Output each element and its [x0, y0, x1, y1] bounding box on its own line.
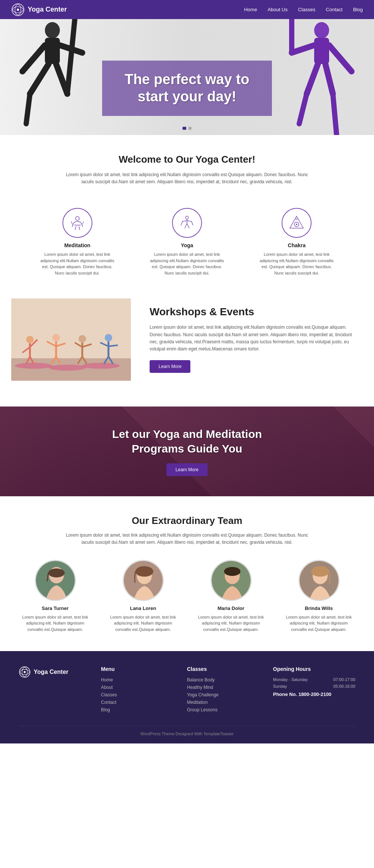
svg-line-10	[26, 94, 30, 124]
footer-brand: Yoga Center	[19, 666, 86, 715]
phone-number: 1800-200-2100	[298, 691, 331, 697]
yoga-icon	[179, 215, 195, 231]
welcome-description: Lorem ipsum dolor sit amet, test link ad…	[60, 171, 314, 185]
hero-dot-1[interactable]	[183, 127, 186, 130]
meditation-banner-button[interactable]: Learn More	[166, 463, 207, 476]
lana-avatar-image	[124, 561, 164, 601]
avatar-sara	[35, 560, 76, 601]
svg-point-32	[26, 336, 34, 343]
svg-point-62	[135, 566, 153, 577]
workshops-learn-more-button[interactable]: Learn More	[150, 360, 190, 373]
svg-point-30	[49, 365, 86, 371]
footer-menu-heading: Menu	[101, 666, 172, 672]
phone-label: Phone No.	[273, 691, 297, 697]
svg-line-14	[292, 45, 314, 53]
team-member-sara: Sara Turner Lorem ipsum dolor sit amet, …	[18, 560, 93, 633]
maria-avatar-image	[212, 561, 252, 601]
svg-point-3	[17, 9, 19, 11]
hero-right-figure	[269, 19, 374, 135]
feature-meditation-title: Meditation	[40, 242, 115, 248]
nav-home[interactable]: Home	[244, 7, 257, 12]
svg-point-25	[296, 224, 297, 225]
svg-point-58	[48, 568, 65, 577]
footer: Yoga Center Menu Home About Classes Cont…	[0, 651, 374, 743]
svg-line-15	[329, 45, 352, 71]
sunday-time: 05:00-16:00	[333, 684, 355, 688]
chakra-icon-circle	[282, 208, 312, 238]
workshops-image	[11, 298, 131, 381]
logo-icon	[11, 3, 25, 16]
svg-line-19	[333, 94, 337, 135]
feature-yoga: Yoga Lorem ipsum dolor sit amet, test li…	[150, 208, 224, 276]
footer-menu-about[interactable]: About	[101, 685, 172, 690]
welcome-section: Welcome to Our Yoga Center! Lorem ipsum …	[0, 135, 374, 200]
hours-row-weekday: Monday - Saturday 07:00-17:00	[273, 677, 355, 682]
footer-menu-home[interactable]: Home	[101, 677, 172, 683]
svg-line-16	[307, 64, 318, 94]
sara-avatar-image	[36, 561, 76, 601]
features-row: Meditation Lorem ipsum dolor sit amet, t…	[0, 200, 374, 295]
footer-class-healthy-mind[interactable]: Healthy Mind	[187, 685, 258, 690]
footer-logo-text: Yoga Center	[34, 669, 68, 675]
footer-menu-classes[interactable]: Classes	[101, 692, 172, 697]
team-member-maria: Maria Dolor Lorem ipsum dolor sit amet, …	[194, 560, 269, 633]
meditation-banner: Let our Yoga and Meditation Programs Gui…	[0, 407, 374, 496]
sara-description: Lorem ipsum dolor sit amet, test link ad…	[18, 614, 93, 633]
svg-line-8	[30, 64, 49, 94]
svg-point-4	[45, 22, 60, 39]
maria-description: Lorem ipsum dolor sit amet, test link ad…	[194, 614, 269, 633]
svg-point-38	[52, 334, 60, 341]
brinda-name: Brinda Wills	[282, 605, 356, 611]
team-member-lana: Lana Loren Lorem ipsum dolor sit amet, t…	[106, 560, 181, 633]
footer-class-group-lessons[interactable]: Group Lessons	[187, 707, 258, 712]
footer-logo-icon	[19, 666, 31, 678]
weekday-time: 07:00-17:00	[333, 677, 355, 682]
nav-contact[interactable]: Contact	[326, 7, 343, 12]
workshops-image-svg	[11, 298, 131, 381]
meditation-icon-circle	[62, 208, 92, 238]
copyright-text: WordPress Theme Designed With TemplateTo…	[140, 731, 233, 736]
svg-point-50	[105, 334, 112, 341]
nav-about[interactable]: About Us	[267, 7, 287, 12]
footer-class-meditation[interactable]: Meditation	[187, 700, 258, 705]
nav-classes[interactable]: Classes	[298, 7, 315, 12]
sunday-label: Sunday	[273, 684, 287, 688]
footer-menu-contact[interactable]: Contact	[101, 700, 172, 705]
footer-class-yoga-challenge[interactable]: Yoga Challenge	[187, 692, 258, 697]
svg-point-65	[224, 567, 240, 576]
avatar-lana	[123, 560, 164, 601]
yoga-icon-circle	[172, 208, 202, 238]
weekday-label: Monday - Saturday	[273, 677, 308, 682]
footer-phone: Phone No. 1800-200-2100	[273, 691, 355, 697]
team-member-brinda: Brinda Wills Lorem ipsum dolor sit amet,…	[282, 560, 356, 633]
hero-right-figure-svg	[269, 19, 374, 135]
footer-grid: Yoga Center Menu Home About Classes Cont…	[19, 666, 355, 715]
hero-dots	[183, 127, 191, 130]
footer-bottom: WordPress Theme Designed With TemplateTo…	[19, 726, 355, 736]
svg-line-11	[67, 19, 75, 94]
footer-menu-blog[interactable]: Blog	[101, 707, 172, 712]
avatar-brinda	[298, 560, 340, 601]
logo-text: Yoga Center	[28, 6, 67, 13]
nav-blog[interactable]: Blog	[353, 7, 363, 12]
svg-point-72	[24, 671, 25, 673]
hero-heading: The perfect way to start your day!	[125, 71, 249, 105]
hero-dot-2[interactable]	[188, 127, 191, 130]
team-description: Lorem ipsum dolor sit amet, test link ad…	[60, 532, 314, 546]
footer-class-balance-body[interactable]: Balance Body	[187, 677, 258, 683]
hero-left-figure	[0, 19, 105, 135]
svg-point-12	[314, 22, 329, 39]
svg-point-31	[82, 363, 120, 369]
svg-rect-13	[314, 38, 329, 64]
avatar-maria	[211, 560, 252, 601]
footer-hours-col: Opening Hours Monday - Saturday 07:00-17…	[273, 666, 355, 715]
navbar-logo[interactable]: Yoga Center	[11, 3, 67, 16]
lana-name: Lana Loren	[106, 605, 181, 611]
team-heading: Our Extraordinary Team	[15, 515, 359, 527]
feature-meditation: Meditation Lorem ipsum dolor sit amet, t…	[40, 208, 115, 276]
svg-rect-5	[45, 38, 60, 64]
feature-chakra-desc: Lorem ipsum dolor sit amet, test link ad…	[259, 251, 334, 276]
navbar: Yoga Center Home About Us Classes Contac…	[0, 0, 374, 19]
footer-menu-col: Menu Home About Classes Contact Blog	[101, 666, 172, 715]
feature-yoga-desc: Lorem ipsum dolor sit amet, test link ad…	[150, 251, 224, 276]
